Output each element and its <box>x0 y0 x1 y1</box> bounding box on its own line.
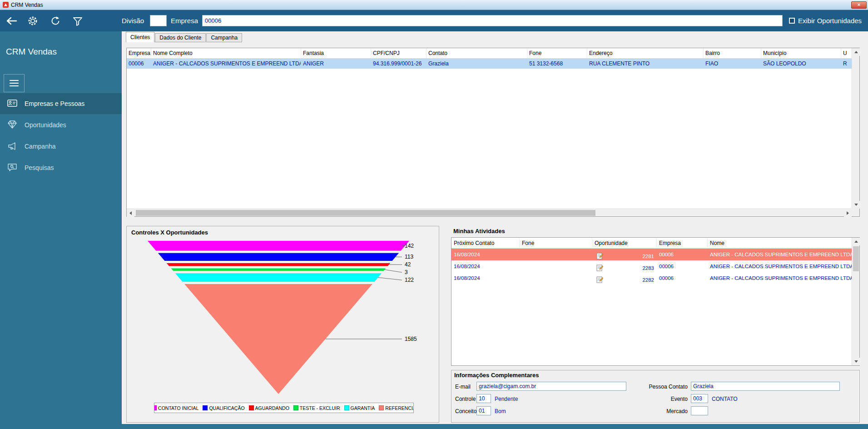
cell-empresa: 00006 <box>657 260 708 272</box>
funnel-value-label: 142 <box>405 243 414 249</box>
column-header-proximo-contato[interactable]: Próximo Contato <box>451 238 520 248</box>
mercado-label: Mercado <box>646 408 688 414</box>
scroll-down-button[interactable] <box>852 358 860 365</box>
funnel-value-label: 42 <box>405 261 411 268</box>
legend-item-qualificacao: QUALIFICAÇÃO <box>203 405 244 411</box>
activity-row[interactable]: 16/08/2024228100006ANIGER - CALCADOS SUP… <box>451 249 852 260</box>
main-toolbar: Divisão Empresa Exibir Oportunidades <box>0 10 868 31</box>
horizontal-scroll-thumb[interactable] <box>136 210 595 216</box>
edit-icon[interactable] <box>596 264 603 271</box>
table-row[interactable]: 00006ANIGER - CALCADOS SUPRIMENTOS E EMP… <box>127 59 852 69</box>
column-header-empresa[interactable]: Empresa <box>657 238 708 248</box>
sidebar-item-oportunidades[interactable]: Oportunidades <box>0 115 122 135</box>
controle-desc: Pendente <box>495 396 518 402</box>
cell-fantasia: ANIGER <box>301 59 371 69</box>
empresa-label: Empresa <box>171 17 198 25</box>
cell-fone: 51 3132-6568 <box>527 59 587 69</box>
empresa-input[interactable] <box>202 15 783 26</box>
sidebar-item-empresas-e-pessoas[interactable]: Empresas e Pessoas <box>0 93 122 114</box>
hamburger-icon <box>9 80 19 87</box>
sidebar-item-pesquisas[interactable]: Pesquisas <box>0 157 122 178</box>
clients-grid-horizontal-scrollbar[interactable] <box>127 209 852 216</box>
filter-icon[interactable] <box>73 16 83 28</box>
chat-search-icon <box>7 163 18 173</box>
legend-swatch <box>344 405 349 410</box>
oportunidade-number: 2281 <box>642 254 656 259</box>
column-header-oportunidade[interactable]: Oportunidade <box>592 238 657 248</box>
cell-contato: Graziela <box>427 59 527 69</box>
legend-swatch <box>293 405 298 410</box>
edit-icon[interactable] <box>596 276 603 283</box>
tab-campanha[interactable]: Campanha <box>206 33 242 42</box>
cell-empresa: 00006 <box>127 59 151 69</box>
funnel-value-label: 122 <box>405 277 414 283</box>
activity-row[interactable]: 16/08/2024228200006ANIGER - CALCADOS SUP… <box>451 272 852 284</box>
funnel-panel: Controles X Oportunidades 14211342312215… <box>126 226 439 423</box>
cell-nome: ANIGER - CALCADOS SUPRIMENTOS E EMPREEND… <box>708 260 852 272</box>
pessoa-contato-field[interactable] <box>691 382 840 391</box>
controle-field[interactable] <box>476 394 491 403</box>
cell-fone <box>520 272 592 284</box>
column-header-nome[interactable]: Nome <box>708 238 852 248</box>
clients-grid: EmpresaNome CompletoFantasiaCPF/CNPJCont… <box>126 48 860 217</box>
cell-nome: ANIGER - CALCADOS SUPRIMENTOS E EMPREEND… <box>708 249 852 260</box>
activities-body: 16/08/2024228100006ANIGER - CALCADOS SUP… <box>451 249 859 284</box>
legend-swatch <box>379 405 384 410</box>
cell-oportunidade: 2281 <box>592 249 657 260</box>
divisao-label: Divisão <box>122 17 144 25</box>
column-header-fone[interactable]: Fone <box>527 48 587 58</box>
vertical-scroll-thumb[interactable] <box>853 246 859 271</box>
column-header-fone[interactable]: Fone <box>520 238 592 248</box>
activities-table: Próximo ContatoFoneOportunidadeEmpresaNo… <box>451 237 860 366</box>
gear-icon[interactable] <box>27 15 38 28</box>
activities-vertical-scrollbar[interactable] <box>852 238 859 365</box>
cell-nome-completo: ANIGER - CALCADOS SUPRIMENTOS E EMPREEND… <box>151 59 301 69</box>
activity-row[interactable]: 16/08/2024228300006ANIGER - CALCADOS SUP… <box>451 260 852 272</box>
scroll-down-button[interactable] <box>852 201 860 209</box>
email-field[interactable] <box>476 382 626 391</box>
cell-empresa: 00006 <box>657 272 708 284</box>
sidebar-menu: Empresas e PessoasOportunidadesCampanhaP… <box>0 93 122 179</box>
info-group: Informações Complementares E-mail Pessoa… <box>451 370 860 423</box>
divisao-input[interactable] <box>150 15 167 26</box>
legend-item-teste-excluir: TESTE - EXCLUIR <box>293 405 340 411</box>
column-header-municipio[interactable]: Município <box>761 48 841 58</box>
close-button[interactable]: × <box>851 1 867 9</box>
scroll-up-button[interactable] <box>852 48 860 56</box>
cell-u: R <box>841 59 853 69</box>
mercado-field[interactable] <box>691 406 708 415</box>
megaphone-icon <box>7 141 18 151</box>
cell-empresa: 00006 <box>657 249 708 260</box>
column-header-cpf-cnpj[interactable]: CPF/CNPJ <box>371 48 427 58</box>
hamburger-menu-button[interactable] <box>4 74 25 92</box>
clients-grid-vertical-scrollbar[interactable] <box>852 48 859 209</box>
tab-clientes[interactable]: Clientes <box>126 32 154 42</box>
scroll-left-button[interactable] <box>127 209 134 217</box>
evento-field[interactable] <box>691 394 708 403</box>
tab-dados-do-cliente[interactable]: Dados do Cliente <box>155 33 206 42</box>
app-icon <box>3 2 9 8</box>
scroll-up-button[interactable] <box>852 238 860 245</box>
scroll-right-button[interactable] <box>844 209 852 217</box>
column-header-u[interactable]: U <box>841 48 853 58</box>
info-title: Informações Complementares <box>454 372 539 379</box>
refresh-icon[interactable] <box>50 15 61 28</box>
funnel-legend: CONTATO INICIALQUALIFICAÇÃOAGUARDANDOTES… <box>154 403 414 413</box>
edit-icon[interactable] <box>596 253 603 259</box>
legend-item-referencia: REFERENCIA <box>379 405 414 411</box>
pessoa-contato-label: Pessoa Contato <box>646 384 688 390</box>
column-header-fantasia[interactable]: Fantasia <box>301 48 371 58</box>
column-header-endereco[interactable]: Endereço <box>587 48 704 58</box>
conceito-field[interactable] <box>476 406 491 415</box>
column-header-bairro[interactable]: Bairro <box>704 48 761 58</box>
back-button[interactable] <box>5 16 17 28</box>
email-label: E-mail <box>455 384 471 390</box>
column-header-empresa[interactable]: Empresa <box>127 48 151 58</box>
cell-proximo-contato: 16/08/2024 <box>451 272 520 284</box>
cell-cpf-cnpj: 94.316.999/0001-26 <box>371 59 427 69</box>
column-header-nome-completo[interactable]: Nome Completo <box>151 48 301 58</box>
column-header-contato[interactable]: Contato <box>427 48 527 58</box>
sidebar: CRM Vendas Empresas e PessoasOportunidad… <box>0 31 122 429</box>
exibir-oportunidades-checkbox[interactable] <box>789 18 795 24</box>
sidebar-item-campanha[interactable]: Campanha <box>0 136 122 157</box>
